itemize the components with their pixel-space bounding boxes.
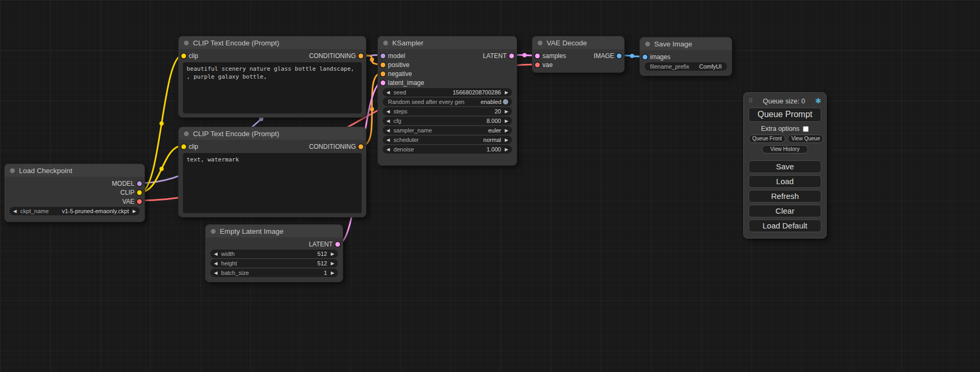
decrement-icon[interactable]: ◀ [386,145,390,154]
clip-input-port[interactable] [181,53,186,58]
node-clip-text-encode-negative[interactable]: CLIP Text Encode (Prompt) clip CONDITION… [178,127,366,217]
collapse-dot[interactable] [538,41,542,45]
decrement-icon[interactable]: ◀ [386,126,390,135]
widget-value: 20 [494,108,501,115]
increment-icon[interactable]: ▶ [331,269,334,277]
node-header[interactable]: Save Image [640,37,732,50]
load-default-button[interactable]: Load Default [749,220,821,232]
slot-row: clip CONDITIONING [179,51,366,60]
samples-input-port[interactable] [535,53,540,58]
increment-icon[interactable]: ▶ [504,126,508,135]
vae-output-port[interactable] [137,199,142,204]
refresh-button[interactable]: Refresh [749,190,821,203]
increment-icon[interactable]: ▶ [504,145,508,154]
widget-height[interactable]: ◀ height 512 ▶ [210,259,338,268]
node-header[interactable]: CLIP Text Encode (Prompt) [179,36,366,49]
latent-output-port[interactable] [509,53,514,58]
prompt-textarea[interactable]: beautiful scenery nature glass bottle la… [183,62,362,113]
view-history-button[interactable]: View History [762,145,808,154]
collapse-dot[interactable] [211,229,216,234]
widget-width[interactable]: ◀ width 512 ▶ [210,250,338,258]
node-ksampler[interactable]: KSampler model LATENT positive negative … [377,36,517,166]
collapse-dot[interactable] [383,41,388,45]
slot-row: samples IMAGE [532,51,624,60]
widget-value: 1 [324,270,327,276]
increment-icon[interactable]: ▶ [132,207,136,215]
conditioning-output-port[interactable] [358,144,363,149]
increment-icon[interactable]: ▶ [331,259,334,268]
settings-gear-icon[interactable]: ✱ [815,97,821,105]
drag-handle-icon[interactable]: ⠿ [749,98,753,104]
decrement-icon[interactable]: ◀ [386,107,390,116]
increment-icon[interactable]: ▶ [504,117,508,125]
model-input-port[interactable] [381,53,385,58]
slot-row: MODEL [5,179,144,188]
increment-icon[interactable]: ▶ [504,107,508,116]
conditioning-output-label: CONDITIONING [309,143,356,150]
decrement-icon[interactable]: ◀ [386,88,390,97]
image-output-port[interactable] [617,53,622,58]
latent-output-port[interactable] [335,242,340,246]
node-header[interactable]: KSampler [378,36,517,49]
increment-icon[interactable]: ▶ [331,250,334,258]
widget-value: 512 [317,251,327,257]
widget-batch-size[interactable]: ◀ batch_size 1 ▶ [210,269,338,277]
clip-output-port[interactable] [137,190,142,195]
widget-ckpt-name[interactable]: ◀ ckpt_name v1-5-pruned-emaonly.ckpt ▶ [9,207,140,215]
node-clip-text-encode-positive[interactable]: CLIP Text Encode (Prompt) clip CONDITION… [178,36,366,118]
conditioning-output-port[interactable] [358,53,363,58]
vae-input-port[interactable] [535,62,540,67]
increment-icon[interactable]: ▶ [504,88,508,97]
negative-input-label: negative [388,70,412,78]
prompt-textarea[interactable]: text, watermark [183,153,362,213]
save-button[interactable]: Save [749,160,821,173]
load-button[interactable]: Load [749,175,821,188]
collapse-dot[interactable] [645,42,650,46]
queue-prompt-button[interactable]: Queue Prompt [749,108,821,122]
decrement-icon[interactable]: ◀ [386,117,390,125]
widget-value: 8.000 [487,118,501,124]
slot-row: negative [378,69,517,78]
toggle-dot[interactable] [503,99,508,104]
model-output-port[interactable] [137,181,142,186]
extra-options-checkbox[interactable] [803,126,809,132]
widget-random-seed-mode[interactable]: Random seed after every gen enabled [383,98,512,106]
latent-output-label: LATENT [483,52,507,60]
queue-front-button[interactable]: Queue Front [749,135,785,143]
collapse-dot[interactable] [184,41,189,45]
images-input-port[interactable] [643,54,647,59]
decrement-icon[interactable]: ◀ [214,269,218,277]
node-header[interactable]: Load Checkpoint [5,164,144,177]
clip-output-label: CLIP [120,189,134,196]
decrement-icon[interactable]: ◀ [386,136,390,144]
decrement-icon[interactable]: ◀ [13,207,17,215]
clip-input-port[interactable] [181,144,186,149]
decrement-icon[interactable]: ◀ [214,250,218,258]
slot-row: positive [378,60,517,69]
view-queue-button[interactable]: View Queue [788,135,823,143]
collapse-dot[interactable] [10,168,15,173]
widget-value: 512 [317,260,327,266]
widget-filename-prefix[interactable]: filename_prefix ComfyUI [645,62,727,71]
widget-scheduler[interactable]: ◀ scheduler normal ▶ [383,136,512,144]
decrement-icon[interactable]: ◀ [214,259,218,268]
node-header[interactable]: CLIP Text Encode (Prompt) [179,127,366,140]
node-vae-decode[interactable]: VAE Decode samples IMAGE vae [532,36,625,73]
negative-input-port[interactable] [381,71,385,76]
widget-sampler-name[interactable]: ◀ sampler_name euler ▶ [383,126,512,135]
node-empty-latent-image[interactable]: Empty Latent Image LATENT ◀ width 512 ▶ … [205,224,343,282]
widget-denoise[interactable]: ◀ denoise 1.000 ▶ [383,145,512,154]
clear-button[interactable]: Clear [749,205,821,217]
widget-seed[interactable]: ◀ seed 156680208700286 ▶ [383,88,512,97]
positive-input-port[interactable] [381,62,385,67]
node-save-image[interactable]: Save Image images filename_prefix ComfyU… [639,37,732,76]
latent-image-input-port[interactable] [381,80,385,85]
node-header[interactable]: Empty Latent Image [206,225,343,237]
queue-size-label: Queue size: 0 [763,97,805,105]
collapse-dot[interactable] [184,131,189,136]
node-header[interactable]: VAE Decode [532,36,624,49]
node-load-checkpoint[interactable]: Load Checkpoint MODEL CLIP VAE ◀ ckpt_na… [4,164,145,222]
widget-steps[interactable]: ◀ steps 20 ▶ [383,107,512,116]
increment-icon[interactable]: ▶ [504,136,508,144]
widget-cfg[interactable]: ◀ cfg 8.000 ▶ [383,117,512,125]
